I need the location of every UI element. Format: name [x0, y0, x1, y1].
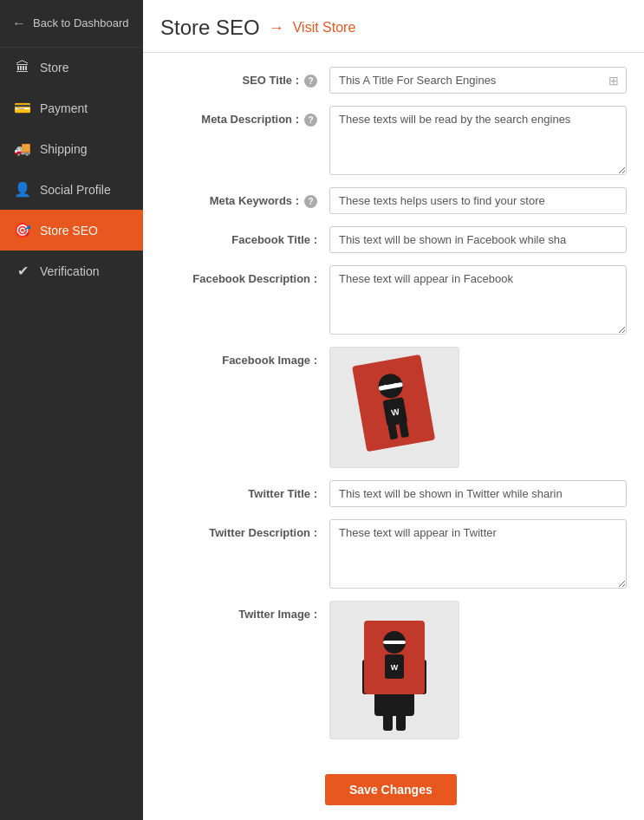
fb-title-input[interactable]: [329, 226, 627, 253]
twitter-title-input[interactable]: [329, 480, 627, 507]
fb-image-svg: W: [347, 351, 442, 464]
seo-icon: 🎯: [14, 222, 31, 238]
svg-rect-19: [383, 712, 393, 731]
edit-icon: ⊞: [602, 74, 626, 88]
svg-rect-20: [396, 712, 406, 731]
fb-image-row: Facebook Image :: [160, 347, 627, 468]
fb-desc-label: Facebook Description :: [160, 265, 329, 285]
seo-title-label: SEO Title : ?: [160, 67, 329, 88]
store-icon: 🏛: [14, 60, 31, 75]
twitter-desc-textarea[interactable]: These text will appear in Twitter: [329, 519, 627, 589]
svg-text:W: W: [391, 663, 399, 672]
twitter-image-row: Twitter Image :: [160, 601, 627, 739]
seo-title-wrapper: ⊞: [329, 67, 627, 94]
fb-image-container[interactable]: W: [329, 347, 459, 468]
back-label: Back to Dashboard: [33, 16, 129, 31]
sidebar-item-social-label: Social Profile: [40, 183, 111, 197]
twitter-title-label: Twitter Title :: [160, 480, 329, 500]
meta-keywords-help-icon[interactable]: ?: [304, 195, 317, 208]
fb-title-label: Facebook Title :: [160, 226, 329, 246]
verification-icon: ✔: [14, 263, 31, 279]
sidebar: ← Back to Dashboard 🏛 Store 💳 Payment 🚚 …: [0, 0, 143, 820]
meta-keywords-row: Meta Keywords : ?: [160, 187, 627, 214]
meta-desc-label: Meta Description : ?: [160, 106, 329, 127]
sidebar-nav: 🏛 Store 💳 Payment 🚚 Shipping 👤 Social Pr…: [0, 48, 143, 291]
page-header: Store SEO → Visit Store: [143, 0, 644, 53]
shipping-icon: 🚚: [14, 140, 31, 157]
twitter-desc-row: Twitter Description : These text will ap…: [160, 519, 627, 589]
fb-image-label: Facebook Image :: [160, 347, 329, 367]
svg-rect-14: [383, 641, 406, 644]
meta-keywords-input[interactable]: [329, 187, 627, 214]
sidebar-item-shipping-label: Shipping: [40, 142, 88, 156]
fb-desc-textarea[interactable]: These text will appear in Facebook: [329, 265, 627, 335]
svg-point-16: [398, 641, 401, 644]
sidebar-item-payment[interactable]: 💳 Payment: [0, 88, 143, 128]
fb-desc-row: Facebook Description : These text will a…: [160, 265, 627, 335]
svg-point-15: [387, 641, 391, 644]
payment-icon: 💳: [14, 100, 31, 116]
meta-desc-textarea[interactable]: These texts will be read by the search e…: [329, 106, 627, 175]
meta-keywords-label: Meta Keywords : ?: [160, 187, 329, 208]
twitter-title-row: Twitter Title :: [160, 480, 627, 507]
save-changes-button[interactable]: Save Changes: [325, 774, 457, 805]
header-arrow: →: [269, 19, 284, 37]
main-content: Store SEO → Visit Store SEO Title : ? ⊞ …: [143, 0, 644, 820]
twitter-image-label: Twitter Image :: [160, 601, 329, 621]
sidebar-item-verification-label: Verification: [40, 264, 99, 278]
sidebar-item-verification[interactable]: ✔ Verification: [0, 251, 143, 291]
sidebar-item-shipping[interactable]: 🚚 Shipping: [0, 128, 143, 169]
sidebar-item-seo-label: Store SEO: [40, 224, 98, 238]
sidebar-item-store-label: Store: [40, 61, 68, 75]
form-section: SEO Title : ? ⊞ Meta Description : ? The…: [143, 53, 644, 765]
seo-title-row: SEO Title : ? ⊞: [160, 67, 627, 94]
seo-title-input[interactable]: [330, 68, 602, 93]
seo-title-help-icon[interactable]: ?: [304, 75, 317, 88]
sidebar-item-store[interactable]: 🏛 Store: [0, 48, 143, 88]
back-arrow-icon: ←: [12, 16, 26, 31]
twitter-desc-label: Twitter Description :: [160, 519, 329, 539]
save-row: Save Changes: [143, 765, 644, 820]
twitter-image-container[interactable]: W: [329, 601, 459, 739]
twitter-image-svg: W: [347, 603, 442, 738]
page-title: Store SEO: [160, 16, 260, 40]
fb-title-row: Facebook Title :: [160, 226, 627, 253]
back-to-dashboard[interactable]: ← Back to Dashboard: [0, 0, 143, 48]
meta-desc-help-icon[interactable]: ?: [304, 114, 317, 127]
sidebar-item-store-seo[interactable]: 🎯 Store SEO: [0, 210, 143, 251]
sidebar-item-payment-label: Payment: [40, 101, 88, 115]
social-icon: 👤: [14, 181, 31, 198]
visit-store-link[interactable]: Visit Store: [293, 20, 356, 36]
sidebar-item-social-profile[interactable]: 👤 Social Profile: [0, 169, 143, 210]
meta-description-row: Meta Description : ? These texts will be…: [160, 106, 627, 175]
